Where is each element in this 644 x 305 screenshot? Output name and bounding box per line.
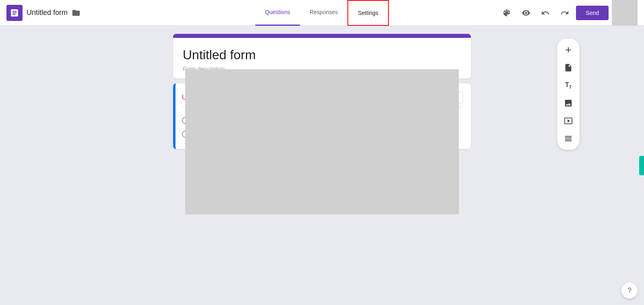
palette-button[interactable] [499,5,515,21]
add-section-button[interactable] [560,131,576,147]
main-content: Untitled form Form description U Multipl… [0,26,644,305]
undo-button[interactable] [537,5,553,21]
tab-questions[interactable]: Questions [255,0,300,26]
right-toolbar: TT [557,39,580,150]
header-right: Send [499,0,638,26]
preview-button[interactable] [518,5,534,21]
app-header: Untitled form Questions Responses Settin… [0,0,644,26]
add-video-button[interactable] [560,113,576,129]
add-image-button[interactable] [560,95,576,111]
modal-overlay [185,69,459,214]
form-color-bar [173,34,471,38]
help-button[interactable]: ? [621,282,638,299]
form-title[interactable]: Untitled form [27,8,68,17]
forms-icon [10,8,19,18]
folder-icon[interactable] [72,8,80,17]
header-left: Untitled form [6,5,499,21]
help-icon: ? [627,286,632,295]
form-main-title[interactable]: Untitled form [183,48,461,62]
green-edge-tab[interactable] [639,156,644,175]
import-questions-button[interactable] [560,60,576,76]
header-tabs: Questions Responses Settings [255,0,389,26]
app-logo [6,5,23,21]
send-button[interactable]: Send [576,6,609,20]
tab-responses[interactable]: Responses [300,0,347,26]
text-size-icon: TT [565,81,572,89]
add-title-button[interactable]: TT [560,77,576,93]
tab-settings[interactable]: Settings [347,0,389,26]
add-question-button[interactable] [560,42,576,58]
avatar [612,0,638,26]
redo-button[interactable] [557,5,573,21]
